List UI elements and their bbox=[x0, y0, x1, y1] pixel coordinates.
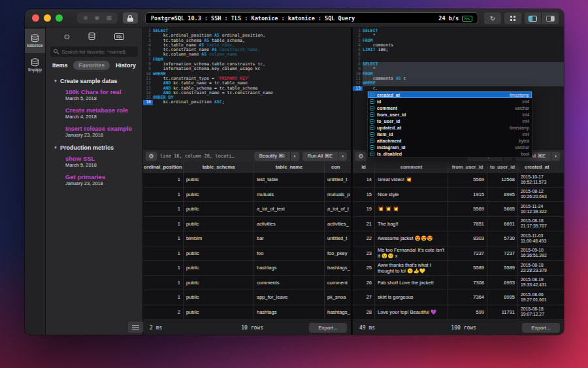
cell-table-schema[interactable]: public bbox=[184, 261, 254, 275]
cell-table-name[interactable]: app_for_leave bbox=[254, 290, 325, 305]
table-row[interactable]: 27skirt is gorgeous736489952015-08-0619:… bbox=[353, 290, 564, 305]
cell-table-name[interactable]: foo bbox=[254, 246, 325, 261]
target-icon[interactable]: ⊙ bbox=[64, 33, 70, 41]
cell-to-user-id[interactable]: 11791 bbox=[487, 305, 518, 320]
editor-line[interactable]: 11 tc.constraint_type = 'PRIMARY KEY' bbox=[143, 76, 351, 81]
editor-line[interactable]: 1SELECT bbox=[353, 29, 564, 33]
sql-editor-left[interactable]: 1SELECT2 kc.ordinal_position AS ordinal_… bbox=[143, 27, 351, 149]
cell-created-at[interactable]: 2015-10-1716:52:11.573 bbox=[518, 173, 564, 187]
table-row[interactable]: 1publichashtagshashtags_ bbox=[143, 261, 351, 276]
editor-line[interactable]: 11 comments AS c bbox=[353, 76, 564, 81]
cell-comment[interactable]: Great video! 💥 bbox=[375, 173, 448, 187]
sql-file-icon[interactable]: SQL bbox=[114, 33, 124, 40]
cell-comment[interactable]: Fab shot! Love the jacket! bbox=[375, 276, 448, 290]
cell-to-user-id[interactable]: 6953 bbox=[487, 276, 518, 290]
autocomplete-item[interactable]: idint4 bbox=[368, 98, 532, 105]
cell-table-name[interactable]: hashtags bbox=[254, 261, 325, 275]
editor-line[interactable]: 7FROM bbox=[143, 58, 351, 62]
editor-line[interactable]: 5LIMIT 100; bbox=[353, 48, 564, 52]
cell-ordinal-position[interactable]: 1 bbox=[143, 202, 184, 216]
autocomplete-item[interactable]: created_attimestamp bbox=[368, 92, 532, 98]
tab-history[interactable]: History bbox=[116, 62, 136, 69]
database-icon[interactable] bbox=[88, 32, 96, 42]
cell-comment[interactable]: 💥 💥 💥 bbox=[375, 202, 448, 216]
table-row[interactable]: 2publichashtagshashtags_ bbox=[143, 305, 351, 320]
cell-constraint-name[interactable]: pk_snoa bbox=[325, 290, 351, 305]
rail-connection-katonice[interactable]: katonice bbox=[25, 29, 45, 53]
cell-created-at[interactable]: 2015-08-0619:27:01.601 bbox=[518, 290, 564, 305]
cell-table-schema[interactable]: public bbox=[184, 217, 254, 231]
column-header[interactable]: id bbox=[353, 162, 375, 172]
cell-comment[interactable]: Nice style bbox=[375, 188, 448, 202]
autocomplete-item[interactable]: from_user_idint4 bbox=[368, 111, 532, 118]
cell-constraint-name[interactable]: hashtags_ bbox=[325, 305, 351, 320]
cell-ordinal-position[interactable]: 1 bbox=[143, 173, 184, 187]
cell-from-user-id[interactable]: 7237 bbox=[448, 246, 487, 261]
cell-id[interactable]: 23 bbox=[353, 246, 375, 261]
table-row[interactable]: 1publica_lot_of_texta_lot_of_t bbox=[143, 202, 351, 217]
cell-id[interactable]: 22 bbox=[353, 231, 375, 246]
editor-line[interactable]: 4 comments bbox=[353, 43, 564, 48]
table-row[interactable]: 1publicfoofoo_pkey bbox=[143, 246, 351, 261]
cell-constraint-name[interactable]: a_lot_of_t bbox=[325, 202, 351, 216]
table-row[interactable]: 1publiccommentscomment bbox=[143, 276, 351, 291]
cell-id[interactable]: 14 bbox=[353, 173, 375, 187]
editor-settings-button[interactable]: ⚙ bbox=[355, 152, 367, 161]
table-row[interactable]: 22Awesome jacket 😍😍😍830357302015-11-0311… bbox=[353, 231, 564, 246]
editor-line[interactable]: 10FROM bbox=[353, 72, 564, 76]
cell-comment[interactable]: Awesome jacket 😍😍😍 bbox=[375, 231, 448, 246]
editor-line[interactable]: 7 bbox=[353, 58, 564, 62]
cell-to-user-id[interactable]: 8995 bbox=[487, 290, 518, 305]
disclosure-triangle-icon[interactable]: ▼ bbox=[54, 79, 57, 83]
table-row[interactable]: 28Love your top! Beautiful 💜599117912015… bbox=[353, 305, 564, 320]
cell-from-user-id[interactable]: 599 bbox=[448, 305, 487, 320]
cell-constraint-name[interactable]: foo_pkey bbox=[325, 246, 351, 261]
alert-box-icon[interactable]: ▦ bbox=[106, 15, 112, 21]
cell-id[interactable]: 27 bbox=[353, 290, 375, 305]
editor-line[interactable]: 3FROM bbox=[353, 39, 564, 43]
cell-constraint-name[interactable]: untitled_t bbox=[325, 173, 351, 187]
autocomplete-item[interactable]: attachmentbytea bbox=[368, 137, 532, 144]
chevron-down-icon[interactable]: ▾ bbox=[338, 152, 347, 161]
cell-table-schema[interactable]: public bbox=[184, 276, 254, 290]
cell-table-schema[interactable]: public bbox=[184, 290, 254, 305]
cell-created-at[interactable]: 2015-08-1821:17:39.707 bbox=[518, 217, 564, 231]
cell-to-user-id[interactable]: 12568 bbox=[487, 173, 518, 187]
autocomplete-item[interactable]: is_disabledbool bbox=[368, 150, 532, 157]
editor-line[interactable]: 9 information_schema.key_column_usage kc bbox=[143, 67, 351, 71]
cell-table-schema[interactable]: public bbox=[184, 246, 254, 261]
cell-created-at[interactable]: 2015-08-1823:28:23.379 bbox=[518, 261, 564, 275]
editor-line[interactable]: 14 AND kc.constraint_name = tc.constrain… bbox=[143, 91, 351, 95]
cell-created-at[interactable]: 2015-08-1919:33:42.431 bbox=[518, 276, 564, 290]
column-header[interactable]: table_name bbox=[254, 162, 325, 172]
tab-items[interactable]: Items bbox=[52, 62, 68, 69]
close-window-button[interactable] bbox=[32, 14, 39, 22]
cell-table-schema[interactable]: public bbox=[184, 202, 254, 216]
cell-from-user-id[interactable]: 1915 bbox=[448, 188, 487, 202]
toggle-right-panel-button[interactable] bbox=[542, 12, 559, 24]
cell-from-user-id[interactable]: 5569 bbox=[448, 202, 487, 216]
cell-comment[interactable]: Me too Fernanda! It's cute isn't it 😉😚 x bbox=[375, 246, 448, 261]
cell-to-user-id[interactable]: 5730 bbox=[487, 231, 518, 246]
console-toggle-button[interactable] bbox=[128, 322, 143, 333]
table-row[interactable]: 1bimbimbaruntitled_t bbox=[143, 231, 351, 246]
favorite-item[interactable]: Insert release exampleJanuary 23, 2018 bbox=[46, 125, 142, 138]
cell-to-user-id[interactable]: 5665 bbox=[487, 202, 518, 216]
column-header[interactable]: table_schema bbox=[184, 162, 254, 172]
cell-id[interactable]: 19 bbox=[353, 202, 375, 216]
rail-connection-tinyapp[interactable]: tinyapp bbox=[25, 53, 45, 77]
circle-x-icon[interactable]: ⊗ bbox=[83, 15, 88, 21]
editor-line[interactable]: 9 * bbox=[353, 67, 564, 71]
editor-line[interactable]: 16 kc.ordinal_position ASC; bbox=[143, 100, 351, 105]
editor-line[interactable]: 15ORDER BY bbox=[143, 95, 351, 100]
cell-created-at[interactable]: 2015-08-1210:26:20.693 bbox=[518, 188, 564, 202]
editor-line[interactable]: 12 AND kc.table_name = tc.table_name bbox=[143, 81, 351, 86]
cell-table-name[interactable]: hashtags bbox=[254, 305, 325, 320]
table-row[interactable]: 25Aww thanks that's what I thought to lo… bbox=[353, 261, 564, 276]
beautify-button[interactable]: Beautify ⌘I ▾ bbox=[254, 152, 299, 161]
favorite-item[interactable]: show SSLMarch 5, 2018 bbox=[46, 155, 142, 168]
editor-line[interactable]: 2 kc.ordinal_position AS ordinal_positio… bbox=[143, 33, 351, 38]
cell-created-at[interactable]: 2015-08-1819:07:12.27 bbox=[518, 305, 564, 320]
run-all-button[interactable]: Run All ⌘E ▾ bbox=[302, 152, 347, 161]
cell-ordinal-position[interactable]: 1 bbox=[143, 217, 184, 231]
